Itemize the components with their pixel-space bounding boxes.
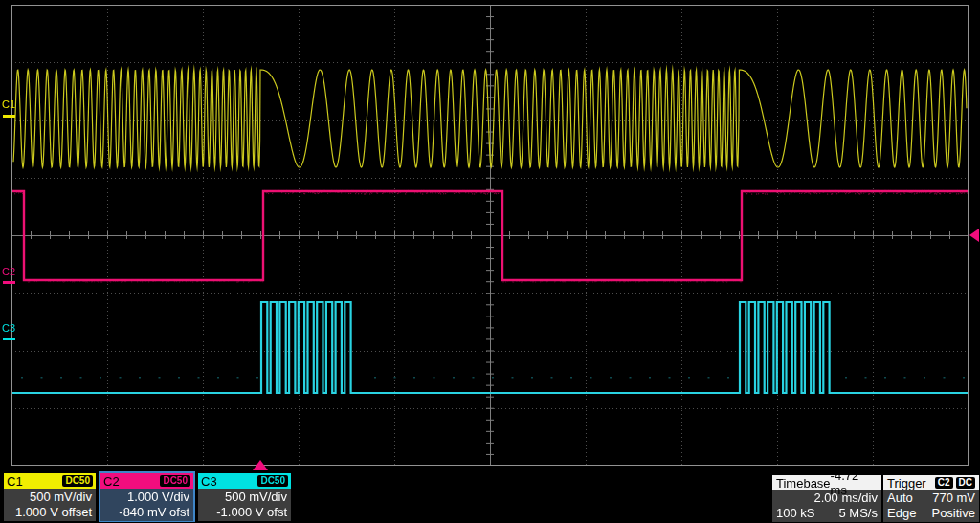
c3-zero-marker[interactable] <box>3 338 15 340</box>
volts-per-div: 1.000 V/div <box>100 490 193 505</box>
channel-header-c3: C3 DC50 <box>198 473 291 489</box>
channel-descriptor-c3[interactable]: C3 DC50 500 mV/div -1.000 V ofst <box>196 471 293 522</box>
channel-descriptor-c1[interactable]: C1 DC50 500 mV/div 1.000 V offset <box>2 471 98 522</box>
c3-trace-label[interactable]: C3 <box>2 322 15 334</box>
c2-zero-marker[interactable] <box>3 281 15 284</box>
channel-header-c2: C2 DC50 <box>100 473 193 489</box>
offset-value: -840 mV ofst <box>100 505 193 520</box>
channel-id: C3 <box>201 474 217 489</box>
coupling-badge: DC50 <box>160 475 190 487</box>
sample-count: 100 kS <box>776 506 814 521</box>
channel-id: C1 <box>7 474 23 489</box>
coupling-badge: DC50 <box>257 475 288 487</box>
trigger-descriptor[interactable]: Trigger C2 DC Auto 770 mV Edge Positive <box>883 475 979 522</box>
trigger-source-badge: C2 <box>935 477 953 489</box>
timebase-descriptor[interactable]: Timebase -4.72 ms 2.00 ms/div 100 kS 5 M… <box>772 475 881 522</box>
volts-per-div: 500 mV/div <box>4 490 96 505</box>
c1-trace-label[interactable]: C1 <box>2 98 15 110</box>
trigger-label: Trigger <box>887 476 926 490</box>
offset-value: 1.000 V offset <box>4 505 96 520</box>
time-per-div: 2.00 ms/div <box>814 490 878 506</box>
channel-header-c1: C1 DC50 <box>4 473 96 489</box>
volts-per-div: 500 mV/div <box>198 490 291 505</box>
trigger-mode: Auto <box>887 490 913 506</box>
c1-zero-marker[interactable] <box>3 115 15 118</box>
timebase-label: Timebase <box>776 476 831 490</box>
sample-rate: 5 MS/s <box>839 506 878 521</box>
c2-trace-label[interactable]: C2 <box>2 266 15 277</box>
trigger-type: Edge <box>887 506 916 521</box>
oscilloscope-screen: C1 C2 C3 C1 DC50 500 mV/div 1.000 V offs… <box>0 0 980 523</box>
waveform-display[interactable] <box>0 0 980 523</box>
channel-id: C2 <box>103 474 120 489</box>
coupling-badge: DC50 <box>62 475 93 487</box>
trigger-level-marker[interactable] <box>969 229 979 242</box>
trigger-coupling-badge: DC <box>956 477 975 489</box>
trigger-time-marker[interactable] <box>253 460 268 470</box>
trigger-level: 770 mV <box>932 490 975 506</box>
channel-descriptor-c2[interactable]: C2 DC50 1.000 V/div -840 mV ofst <box>99 471 195 522</box>
trigger-slope: Positive <box>931 506 975 521</box>
offset-value: -1.000 V ofst <box>198 505 291 520</box>
